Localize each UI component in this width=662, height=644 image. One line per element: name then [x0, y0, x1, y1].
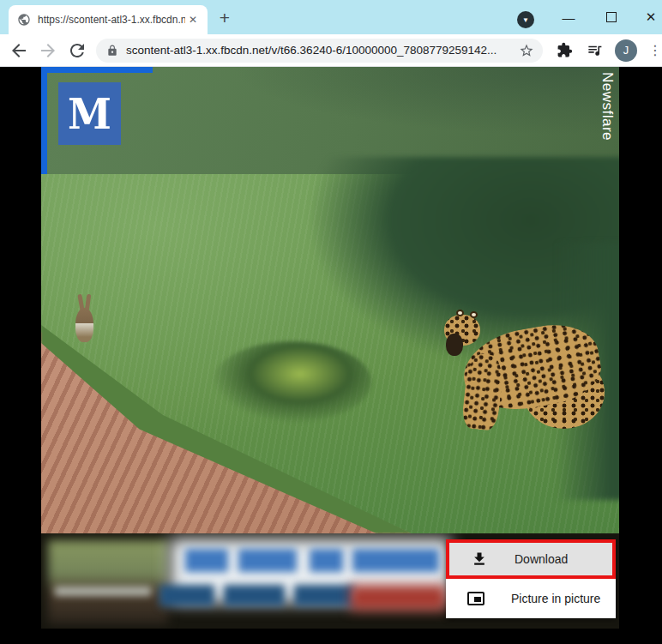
video-scene	[41, 174, 619, 533]
address-bar[interactable]: scontent-atl3-1.xx.fbcdn.net/v/t66.36240…	[96, 39, 543, 63]
refresh-icon[interactable]	[67, 40, 87, 61]
daily-mail-logo: M	[58, 82, 121, 145]
picture-in-picture-icon	[467, 592, 484, 605]
extensions-puzzle-icon[interactable]	[557, 42, 573, 58]
blurred-red-box	[350, 585, 446, 611]
new-tab-button[interactable]: +	[213, 7, 237, 31]
tab-close-icon[interactable]: ✕	[185, 12, 201, 27]
browser-menu-icon[interactable]: ⋮	[648, 42, 662, 58]
blue-frame-top	[41, 67, 153, 73]
blue-frame-left	[41, 67, 47, 174]
blurred-small-text	[55, 587, 151, 596]
bookmark-star-icon[interactable]	[519, 43, 534, 58]
daily-mail-logo-letter: M	[68, 89, 111, 138]
download-label: Download	[515, 552, 568, 566]
back-icon[interactable]	[9, 40, 29, 61]
browser-tab[interactable]: https://scontent-atl3-1.xx.fbcdn.n ✕	[9, 5, 208, 34]
url-text: scontent-atl3-1.xx.fbcdn.net/v/t66.36240…	[126, 44, 519, 57]
blurred-subline	[159, 585, 355, 606]
maximize-button[interactable]	[592, 0, 631, 34]
blurred-headline	[185, 549, 439, 572]
rabbit	[73, 294, 97, 344]
lock-icon	[106, 45, 118, 57]
download-icon	[471, 551, 488, 568]
video-context-menu: Download Picture in picture	[446, 539, 616, 618]
browser-toolbar: scontent-atl3-1.xx.fbcdn.net/v/t66.36240…	[0, 34, 662, 67]
maximize-icon	[606, 12, 617, 22]
title-bar: https://scontent-atl3-1.xx.fbcdn.n ✕ + ▼…	[0, 0, 662, 34]
chevron-down-icon[interactable]: ▼	[517, 11, 534, 28]
center-bush	[213, 341, 371, 423]
browser-window: https://scontent-atl3-1.xx.fbcdn.n ✕ + ▼…	[0, 0, 662, 644]
picture-in-picture-label: Picture in picture	[511, 592, 600, 605]
minimize-button[interactable]: —	[549, 0, 588, 34]
page-background: M Newsflare	[0, 67, 662, 644]
globe-favicon-icon	[17, 13, 31, 27]
profile-avatar[interactable]: J	[615, 39, 637, 62]
context-menu-item-download[interactable]: Download	[446, 539, 616, 579]
media-playlist-icon[interactable]	[587, 42, 603, 58]
leopard	[437, 303, 609, 440]
forward-icon[interactable]	[38, 40, 58, 61]
blurred-thumbnail	[48, 540, 168, 624]
newsflare-watermark: Newsflare	[599, 72, 616, 141]
close-window-button[interactable]: ✕	[631, 0, 662, 34]
tab-title: https://scontent-atl3-1.xx.fbcdn.n	[38, 14, 185, 26]
context-menu-item-picture-in-picture[interactable]: Picture in picture	[446, 579, 616, 618]
